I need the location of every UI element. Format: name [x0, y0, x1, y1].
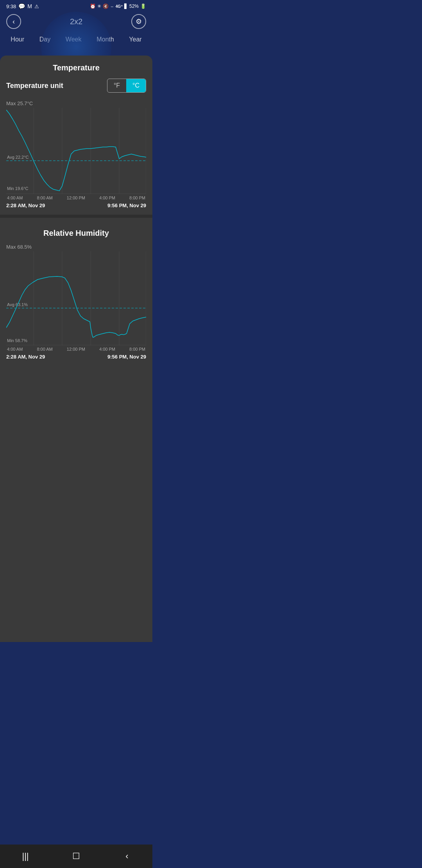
signal-icon: ▋ — [124, 4, 128, 9]
gmail-icon: M — [27, 3, 32, 9]
humidity-time-3: 4:00 PM — [99, 347, 115, 352]
temp-time-1: 8:00 AM — [37, 195, 52, 200]
unit-fahrenheit-button[interactable]: °F — [107, 79, 126, 92]
status-right: ⏰ ✳ 🔇 ↔ 4G⁺ ▋ 52% 🔋 — [90, 4, 146, 9]
header-title: 2x2 — [70, 17, 82, 26]
header: ‹ 2x2 ⚙ — [0, 11, 152, 34]
svg-text:Min 58.7%: Min 58.7% — [7, 338, 27, 343]
humidity-title: Relative Humidity — [6, 229, 146, 238]
nfc-icon: ↔ — [110, 4, 114, 9]
warning-icon: ⚠ — [34, 4, 39, 9]
tab-year[interactable]: Year — [125, 34, 145, 46]
unit-label: Temperature unit — [6, 82, 63, 90]
temp-date-end: 9:56 PM, Nov 29 — [107, 203, 146, 208]
main-content: Temperature Temperature unit °F °C Max 2… — [0, 56, 152, 642]
unit-row: Temperature unit °F °C — [6, 79, 146, 93]
humidity-date-end: 9:56 PM, Nov 29 — [107, 354, 146, 360]
humidity-time-4: 8:00 PM — [129, 347, 145, 352]
status-time: 9:38 — [6, 4, 16, 9]
temperature-title: Temperature — [6, 63, 146, 72]
bluetooth-icon: ✳ — [97, 4, 101, 9]
lte-icon: 4G⁺ — [116, 4, 123, 9]
tab-day[interactable]: Day — [36, 34, 54, 46]
tab-month[interactable]: Month — [93, 34, 118, 46]
temp-time-0: 4:00 AM — [7, 195, 23, 200]
temperature-section: Temperature Temperature unit °F °C Max 2… — [0, 56, 152, 218]
humidity-time-0: 4:00 AM — [7, 347, 23, 352]
humidity-time-labels: 4:00 AM 8:00 AM 12:00 PM 4:00 PM 8:00 PM — [6, 347, 146, 352]
settings-button[interactable]: ⚙ — [131, 14, 146, 29]
tab-hour[interactable]: Hour — [7, 34, 28, 46]
tabs-container: Hour Day Week Month Year — [0, 34, 152, 52]
humidity-date-row: 2:28 AM, Nov 29 9:56 PM, Nov 29 — [6, 354, 146, 360]
tab-week[interactable]: Week — [62, 34, 86, 46]
humidity-chart-container: Max 68.5% Avg 63.1% Min 58.7% 4:0 — [6, 244, 146, 360]
status-left: 9:38 💬 M ⚠ — [6, 3, 39, 9]
temp-time-3: 4:00 PM — [99, 195, 115, 200]
unit-toggle: °F °C — [107, 79, 146, 93]
svg-text:Min 19.6°C: Min 19.6°C — [7, 186, 29, 191]
humidity-chart: Avg 63.1% Min 58.7% — [6, 251, 146, 345]
temp-max-label: Max 25.7°C — [6, 100, 146, 106]
temperature-chart-container: Max 25.7°C Avg 22.2°C Min 19.6°C — [6, 100, 146, 208]
unit-celsius-button[interactable]: °C — [126, 79, 146, 92]
messenger-icon: 💬 — [18, 3, 25, 9]
status-bar: 9:38 💬 M ⚠ ⏰ ✳ 🔇 ↔ 4G⁺ ▋ 52% 🔋 — [0, 0, 152, 11]
temp-date-start: 2:28 AM, Nov 29 — [6, 203, 45, 208]
battery-icon: 🔋 — [140, 4, 146, 9]
temp-time-labels: 4:00 AM 8:00 AM 12:00 PM 4:00 PM 8:00 PM — [6, 195, 146, 200]
humidity-section: Relative Humidity Max 68.5% Avg 63.1% Mi… — [0, 221, 152, 366]
humidity-max-label: Max 68.5% — [6, 244, 146, 250]
humidity-date-start: 2:28 AM, Nov 29 — [6, 354, 45, 360]
humidity-time-1: 8:00 AM — [37, 347, 52, 352]
temp-date-row: 2:28 AM, Nov 29 9:56 PM, Nov 29 — [6, 203, 146, 208]
temp-time-2: 12:00 PM — [67, 195, 85, 200]
temp-time-4: 8:00 PM — [129, 195, 145, 200]
humidity-time-2: 12:00 PM — [67, 347, 85, 352]
mute-icon: 🔇 — [103, 4, 109, 9]
back-button[interactable]: ‹ — [6, 14, 21, 29]
svg-text:Avg 22.2°C: Avg 22.2°C — [7, 155, 29, 160]
temperature-chart: Avg 22.2°C Min 19.6°C — [6, 108, 146, 194]
alarm-icon: ⏰ — [90, 4, 96, 9]
battery-text: 52% — [129, 4, 139, 9]
